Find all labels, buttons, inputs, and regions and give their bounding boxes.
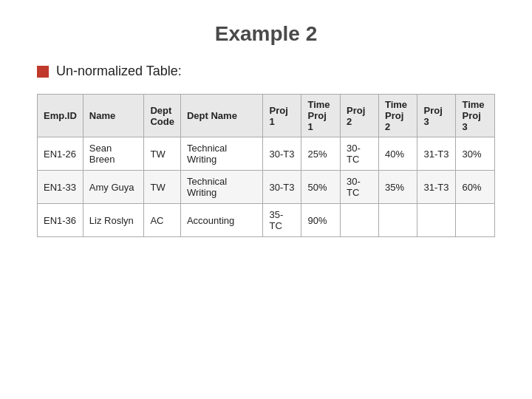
cell-timeproj3 <box>456 204 495 237</box>
cell-name: Liz Roslyn <box>83 204 144 237</box>
cell-name: Sean Breen <box>83 137 144 171</box>
cell-empid: EN1-26 <box>38 137 83 171</box>
table-row: EN1-36Liz RoslynACAccounting35-TC90% <box>38 204 495 237</box>
cell-timeproj2 <box>378 204 417 237</box>
header-proj2: Proj 2 <box>340 95 378 137</box>
cell-deptname: Technical Writing <box>180 171 263 204</box>
table-row: EN1-33Amy GuyaTWTechnical Writing30-T350… <box>38 171 495 204</box>
cell-proj3 <box>417 204 456 237</box>
data-table: Emp.ID Name DeptCode Dept Name Proj 1 Ti… <box>37 94 495 237</box>
table-body: EN1-26Sean BreenTWTechnical Writing30-T3… <box>38 137 495 237</box>
header-row: Emp.ID Name DeptCode Dept Name Proj 1 Ti… <box>38 95 495 137</box>
header-deptname: Dept Name <box>180 95 263 137</box>
cell-proj2 <box>340 204 378 237</box>
header-timeproj1: TimeProj 1 <box>301 95 341 137</box>
header-deptcode: DeptCode <box>144 95 181 137</box>
subtitle-row: Un-normalized Table: <box>37 64 182 79</box>
bullet-icon <box>37 66 49 78</box>
cell-timeproj3: 30% <box>456 137 495 171</box>
cell-deptcode: TW <box>144 137 181 171</box>
table-header: Emp.ID Name DeptCode Dept Name Proj 1 Ti… <box>38 95 495 137</box>
cell-proj1: 35-TC <box>263 204 301 237</box>
cell-proj1: 30-T3 <box>263 137 301 171</box>
header-proj1: Proj 1 <box>263 95 301 137</box>
table-row: EN1-26Sean BreenTWTechnical Writing30-T3… <box>38 137 495 171</box>
cell-proj3: 31-T3 <box>417 137 456 171</box>
page: Example 2 Un-normalized Table: Emp.ID Na… <box>0 0 532 399</box>
cell-deptname: Technical Writing <box>180 137 263 171</box>
subtitle-text: Un-normalized Table: <box>56 64 182 79</box>
cell-timeproj1: 50% <box>301 171 341 204</box>
header-empid: Emp.ID <box>38 95 83 137</box>
header-name: Name <box>83 95 144 137</box>
cell-proj2: 30-TC <box>340 137 378 171</box>
cell-timeproj3: 60% <box>456 171 495 204</box>
cell-proj2: 30-TC <box>340 171 378 204</box>
cell-proj3: 31-T3 <box>417 171 456 204</box>
cell-timeproj1: 90% <box>301 204 341 237</box>
cell-proj1: 30-T3 <box>263 171 301 204</box>
cell-name: Amy Guya <box>83 171 144 204</box>
cell-timeproj2: 35% <box>378 171 417 204</box>
cell-deptcode: TW <box>144 171 181 204</box>
cell-deptname: Accounting <box>180 204 263 237</box>
header-timeproj3: TimeProj 3 <box>456 95 495 137</box>
header-timeproj2: TimeProj 2 <box>378 95 417 137</box>
cell-deptcode: AC <box>144 204 181 237</box>
cell-empid: EN1-36 <box>38 204 83 237</box>
header-proj3: Proj 3 <box>417 95 456 137</box>
cell-timeproj2: 40% <box>378 137 417 171</box>
cell-timeproj1: 25% <box>301 137 341 171</box>
page-title: Example 2 <box>37 22 495 46</box>
cell-empid: EN1-33 <box>38 171 83 204</box>
